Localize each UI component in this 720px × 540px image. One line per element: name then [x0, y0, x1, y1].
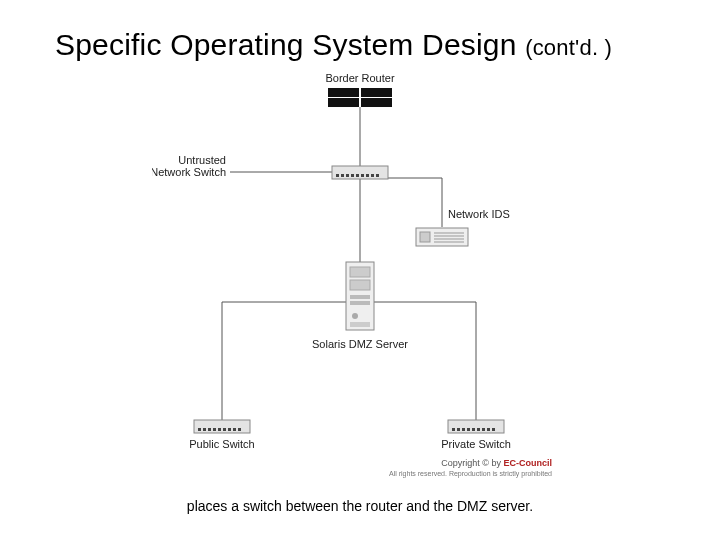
svg-rect-45 [477, 428, 480, 431]
svg-rect-39 [448, 420, 504, 433]
rights-line: All rights reserved. Reproduction is str… [389, 470, 552, 478]
border-router-icon [328, 88, 392, 107]
svg-rect-14 [371, 174, 374, 177]
slide-title-suffix: (cont'd. ) [525, 35, 612, 60]
svg-rect-13 [366, 174, 369, 177]
svg-rect-47 [487, 428, 490, 431]
label-network-ids: Network IDS [448, 208, 510, 220]
svg-rect-23 [350, 267, 370, 277]
svg-rect-28 [350, 322, 370, 327]
untrusted-switch-icon [332, 166, 388, 179]
svg-rect-43 [467, 428, 470, 431]
label-border-router: Border Router [325, 72, 394, 84]
svg-rect-6 [332, 166, 388, 179]
svg-rect-7 [336, 174, 339, 177]
svg-rect-38 [238, 428, 241, 431]
network-ids-icon [416, 228, 468, 246]
label-untrusted-switch-2: Network Switch [152, 166, 226, 178]
svg-rect-25 [350, 295, 370, 299]
copyright-line: Copyright © by EC-Council [441, 458, 552, 468]
private-switch-icon [448, 420, 504, 433]
svg-rect-10 [351, 174, 354, 177]
svg-rect-33 [213, 428, 216, 431]
svg-rect-40 [452, 428, 455, 431]
svg-rect-36 [228, 428, 231, 431]
svg-rect-12 [361, 174, 364, 177]
public-switch-icon [194, 420, 250, 433]
label-public-switch: Public Switch [189, 438, 254, 450]
svg-rect-32 [208, 428, 211, 431]
svg-rect-8 [341, 174, 344, 177]
svg-rect-48 [492, 428, 495, 431]
svg-rect-42 [462, 428, 465, 431]
label-untrusted-switch-1: Untrusted [178, 154, 226, 166]
svg-rect-17 [420, 232, 430, 242]
svg-rect-37 [233, 428, 236, 431]
svg-rect-46 [482, 428, 485, 431]
svg-rect-4 [359, 88, 361, 107]
label-dmz-server: Solaris DMZ Server [312, 338, 408, 350]
network-diagram: Border Router Untrusted Network Switch N… [152, 72, 568, 488]
svg-rect-15 [376, 174, 379, 177]
svg-rect-31 [203, 428, 206, 431]
svg-rect-26 [350, 301, 370, 305]
slide-title: Specific Operating System Design (cont'd… [55, 28, 612, 62]
dmz-server-icon [346, 262, 374, 330]
svg-rect-11 [356, 174, 359, 177]
slide-title-main: Specific Operating System Design [55, 28, 525, 61]
svg-rect-24 [350, 280, 370, 290]
svg-rect-35 [223, 428, 226, 431]
svg-rect-41 [457, 428, 460, 431]
label-private-switch: Private Switch [441, 438, 511, 450]
svg-point-27 [352, 313, 358, 319]
svg-rect-9 [346, 174, 349, 177]
svg-rect-44 [472, 428, 475, 431]
svg-rect-30 [198, 428, 201, 431]
svg-rect-29 [194, 420, 250, 433]
svg-rect-34 [218, 428, 221, 431]
slide-caption: places a switch between the router and t… [0, 498, 720, 514]
